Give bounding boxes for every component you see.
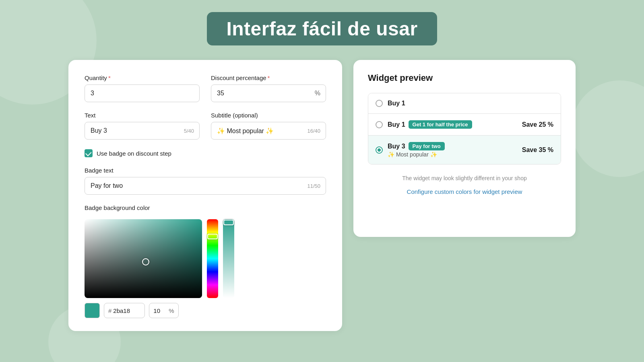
discount-group: Discount percentage* % — [211, 74, 326, 102]
badge-text-counter: 11/50 — [307, 183, 320, 189]
widget-item-2-content: Buy 1 Get 1 for half the price — [388, 120, 517, 129]
alpha-input-wrapper: % — [149, 303, 178, 318]
hex-hash: # — [108, 307, 111, 314]
color-picker-area — [85, 219, 326, 298]
widget-item-1-main: Buy 1 — [388, 100, 553, 107]
subtitle-counter: 16/40 — [307, 128, 320, 134]
saturation-picker[interactable] — [85, 219, 202, 298]
badge-text-section: Badge text 11/50 — [85, 167, 326, 195]
form-row-1: Quantity* Discount percentage* % — [85, 74, 326, 102]
left-panel: Quantity* Discount percentage* % — [68, 60, 342, 331]
subtitle-input-wrapper: 16/40 — [211, 122, 326, 140]
radio-btn-3[interactable] — [376, 146, 383, 154]
alpha-slider[interactable] — [223, 219, 234, 298]
hex-input-wrapper: # — [104, 303, 145, 318]
widget-item-2-text: Buy 1 — [388, 121, 405, 128]
form-row-2: Text 5/40 Subtitle (optional) 16/40 — [85, 112, 326, 140]
checkbox-label: Use badge on discount step — [97, 150, 171, 157]
subtitle-group: Subtitle (optional) 16/40 — [211, 112, 326, 140]
widget-item-3-text: Buy 3 — [388, 143, 405, 150]
discount-label: Discount percentage* — [211, 74, 326, 81]
radio-btn-2[interactable] — [376, 121, 383, 128]
hue-cursor — [207, 234, 218, 239]
color-swatch — [85, 303, 100, 318]
alpha-percent: % — [169, 307, 174, 314]
quantity-group: Quantity* — [85, 74, 200, 102]
widget-items-list: Buy 1 Buy 1 Get 1 for half the price Sav… — [368, 93, 561, 165]
widget-item-2-badge: Get 1 for half the price — [409, 120, 472, 129]
quantity-label: Quantity* — [85, 74, 200, 81]
right-panel: Widget preview Buy 1 — [353, 60, 576, 237]
widget-item-3-content: Buy 3 Pay for two ✨ Most popular ✨ — [388, 142, 517, 158]
widget-item-3-subtitle: ✨ Most popular ✨ — [388, 151, 517, 158]
alpha-input[interactable] — [153, 307, 166, 314]
color-picker-section: Badge background color — [85, 204, 326, 318]
radio-btn-1[interactable] — [376, 100, 383, 107]
alpha-cursor — [223, 220, 234, 225]
discount-input-wrapper: % — [211, 84, 326, 102]
text-input[interactable] — [85, 122, 200, 140]
widget-note: The widget may look slightly different i… — [368, 174, 561, 183]
badge-checkbox[interactable] — [85, 149, 93, 157]
widget-item-1-content: Buy 1 — [388, 100, 553, 107]
widget-item-2[interactable]: Buy 1 Get 1 for half the price Save 25 % — [368, 114, 561, 136]
discount-required: * — [268, 74, 270, 81]
widget-item-1[interactable]: Buy 1 — [368, 93, 561, 114]
subtitle-label: Subtitle (optional) — [211, 112, 326, 119]
text-counter: 5/40 — [184, 128, 194, 134]
discount-suffix: % — [315, 90, 320, 97]
checkbox-row[interactable]: Use badge on discount step — [85, 149, 326, 157]
hex-input[interactable] — [113, 307, 140, 314]
text-label: Text — [85, 112, 200, 119]
text-input-wrapper: 5/40 — [85, 122, 200, 140]
quantity-input[interactable] — [85, 84, 200, 102]
widget-item-3-main: Buy 3 Pay for two — [388, 142, 517, 150]
configure-link[interactable]: Configure custom colors for widget previ… — [368, 188, 561, 195]
badge-text-label: Badge text — [85, 167, 326, 174]
badge-text-input-wrapper: 11/50 — [85, 177, 326, 195]
hue-slider[interactable] — [207, 219, 218, 298]
widget-item-3-save: Save 35 % — [522, 146, 553, 154]
widget-item-2-main: Buy 1 Get 1 for half the price — [388, 120, 517, 129]
widget-item-2-save: Save 25 % — [522, 121, 553, 128]
widget-item-1-text: Buy 1 — [388, 100, 405, 107]
widget-title: Widget preview — [368, 73, 561, 83]
title-banner: Interfaz fácil de usar — [207, 12, 437, 45]
quantity-required: * — [108, 74, 111, 81]
discount-input[interactable] — [211, 84, 326, 102]
badge-color-label: Badge background color — [85, 204, 326, 211]
text-group: Text 5/40 — [85, 112, 200, 140]
widget-item-3[interactable]: Buy 3 Pay for two ✨ Most popular ✨ Save … — [368, 136, 561, 164]
content-area: Quantity* Discount percentage* % — [68, 60, 576, 331]
page-title: Interfaz fácil de usar — [226, 18, 417, 40]
widget-item-3-badge: Pay for two — [409, 142, 445, 150]
color-inputs-row: # % — [85, 303, 326, 318]
badge-text-input[interactable] — [85, 177, 326, 195]
